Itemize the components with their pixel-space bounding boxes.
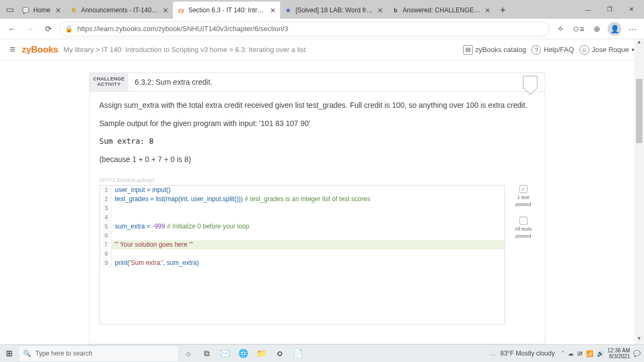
chrome-app-icon[interactable]: ⭘ xyxy=(270,345,289,363)
collections-button[interactable]: ⊕ xyxy=(589,21,604,36)
tab-favicon-icon: B xyxy=(70,6,78,14)
tab-favicon-icon: zy xyxy=(177,6,185,14)
tab-actions-button[interactable]: ▭ xyxy=(2,2,17,17)
refresh-button[interactable]: ⟳ xyxy=(41,21,56,36)
tray-volume-icon[interactable]: 🔊 xyxy=(597,350,604,357)
start-button[interactable]: ⊞ xyxy=(0,345,18,363)
scroll-down-icon[interactable]: ▼ xyxy=(634,336,644,344)
explorer-app-icon[interactable]: 📁 xyxy=(252,345,270,363)
url-input[interactable]: 🔒 https://learn.zybooks.com/zybook/SNHUI… xyxy=(59,21,550,36)
tab-favicon-icon: 💬 xyxy=(21,6,30,14)
tab-favicon-icon: b xyxy=(392,6,399,14)
maximize-button[interactable]: ❐ xyxy=(599,2,620,17)
window-titlebar: ▭ 💬 Home ✕B Announcements - IT-140-J61 ✕… xyxy=(0,0,644,19)
notifications-icon[interactable]: 💬 xyxy=(633,350,641,357)
tab-label: Section 6.3 - IT 140: Introduc xyxy=(188,6,266,14)
test-all-checkbox xyxy=(519,217,528,225)
challenge-card: CHALLENGE ACTIVITY 6.3.2: Sum extra cred… xyxy=(89,72,545,344)
user-menu[interactable]: ☺ Jose Roque ▾ xyxy=(580,45,634,55)
minimize-button[interactable]: — xyxy=(577,2,599,17)
activity-title: 6.3.2: Sum extra credit. xyxy=(128,73,219,91)
lock-icon: 🔒 xyxy=(65,25,73,33)
tab-favicon-icon: ★ xyxy=(284,6,292,14)
completion-shield-icon xyxy=(522,75,538,95)
search-icon: 🔍 xyxy=(23,350,31,357)
profile-avatar[interactable]: 👤 xyxy=(608,22,621,36)
code-editor[interactable]: 1user_input = input()2test_grades = list… xyxy=(99,185,505,324)
sample-output: Sum extra: 8 xyxy=(99,136,535,147)
breadcrumb[interactable]: My library > IT 140: Introduction to Scr… xyxy=(63,46,305,54)
mail-app-icon[interactable]: ✉️ xyxy=(216,345,234,363)
tab-close-icon[interactable]: ✕ xyxy=(162,6,170,14)
menu-icon[interactable]: ≡ xyxy=(10,44,16,55)
window-controls: — ❐ ✕ xyxy=(577,2,642,17)
tray-wifi-icon[interactable]: 📶 xyxy=(586,350,594,357)
help-button[interactable]: ? Help/FAQ xyxy=(531,45,574,55)
book-icon: ▤ xyxy=(463,45,473,55)
tab-close-icon[interactable]: ✕ xyxy=(269,6,277,14)
tab-close-icon[interactable]: ✕ xyxy=(484,6,492,14)
tracking-button[interactable]: ✧ xyxy=(553,21,568,36)
test-checklist: ✓ 1 test passed All tests passed xyxy=(511,185,535,239)
taskbar-search[interactable]: 🔍 Type here to search xyxy=(18,345,179,362)
card-header: CHALLENGE ACTIVITY 6.3.2: Sum extra cred… xyxy=(90,73,545,92)
tab-label: [Solved] 18 LAB: Word freque xyxy=(296,6,374,14)
card-body: Assign sum_extra with the total extra cr… xyxy=(90,92,545,178)
weather-icon: ☁️ xyxy=(489,350,497,357)
forward-button[interactable]: → xyxy=(23,21,38,36)
tab-close-icon[interactable]: ✕ xyxy=(376,6,384,14)
windows-taskbar: ⊞ 🔍 Type here to search ○ ⧉ ✉️ 🌐 📁 ⭘ 📄 ☁… xyxy=(0,344,644,362)
help-icon: ? xyxy=(531,45,541,55)
more-button[interactable]: ⋯ xyxy=(625,21,640,36)
page-body: CHALLENGE ACTIVITY 6.3.2: Sum extra cred… xyxy=(0,61,634,344)
test-1-checkbox: ✓ xyxy=(519,185,528,193)
close-window-button[interactable]: ✕ xyxy=(620,2,642,17)
tab-label: Announcements - IT-140-J61 xyxy=(81,6,158,14)
sample-explain: (because 1 + 0 + 7 + 0 is 8) xyxy=(99,154,535,165)
activity-badge: CHALLENGE ACTIVITY xyxy=(90,73,128,91)
brand-logo[interactable]: zyBooks xyxy=(22,45,58,55)
browser-tab[interactable]: zy Section 6.3 - IT 140: Introduc ✕ xyxy=(173,2,280,19)
tab-close-icon[interactable]: ✕ xyxy=(54,6,62,14)
zybooks-header: ≡ zyBooks My library > IT 140: Introduct… xyxy=(0,39,644,61)
edge-app-icon[interactable]: 🌐 xyxy=(234,345,252,363)
catalog-button[interactable]: ▤ zyBooks catalog xyxy=(463,45,526,55)
page-scrollbar[interactable]: ▲ ▼ xyxy=(634,39,644,344)
scroll-thumb[interactable] xyxy=(636,79,642,143)
sample-label: Sample output for the given program with… xyxy=(99,119,535,129)
taskbar-clock[interactable]: 12:36 AM 8/3/2021 xyxy=(608,348,630,359)
browser-tabs: 💬 Home ✕B Announcements - IT-140-J61 ✕zy… xyxy=(17,0,577,19)
tab-label: Answered: CHALLENGE 6.2.1 xyxy=(402,6,480,14)
tray-chevron-icon[interactable]: ˄ xyxy=(561,350,565,357)
browser-tab[interactable]: b Answered: CHALLENGE 6.2.1 ✕ xyxy=(387,2,495,19)
weather-widget[interactable]: ☁️ 83°F Mostly cloudy xyxy=(489,350,555,357)
tab-label: Home xyxy=(33,6,50,14)
word-app-icon[interactable]: 📄 xyxy=(289,345,307,363)
address-bar: ← → ⟳ 🔒 https://learn.zybooks.com/zybook… xyxy=(0,19,644,39)
favorites-button[interactable]: ✩≡ xyxy=(571,21,586,36)
browser-tab[interactable]: 💬 Home ✕ xyxy=(17,2,65,19)
task-view-button[interactable]: ⧉ xyxy=(197,345,216,363)
new-tab-button[interactable]: + xyxy=(495,2,510,19)
snippet-uid: 247772.2002516.qx3zqy7 xyxy=(90,178,545,185)
cortana-button[interactable]: ○ xyxy=(179,345,197,363)
tray-battery-icon[interactable]: 🖳 xyxy=(577,350,583,357)
scroll-up-icon[interactable]: ▲ xyxy=(634,39,644,48)
browser-tab[interactable]: ★ [Solved] 18 LAB: Word freque ✕ xyxy=(280,2,387,19)
browser-tab[interactable]: B Announcements - IT-140-J61 ✕ xyxy=(65,2,173,19)
url-text: https://learn.zybooks.com/zybook/SNHUIT1… xyxy=(77,25,288,33)
user-icon: ☺ xyxy=(580,45,589,55)
back-button[interactable]: ← xyxy=(4,21,19,36)
prompt-text: Assign sum_extra with the total extra cr… xyxy=(99,100,535,111)
tray-onedrive-icon[interactable]: ☁ xyxy=(568,350,574,357)
